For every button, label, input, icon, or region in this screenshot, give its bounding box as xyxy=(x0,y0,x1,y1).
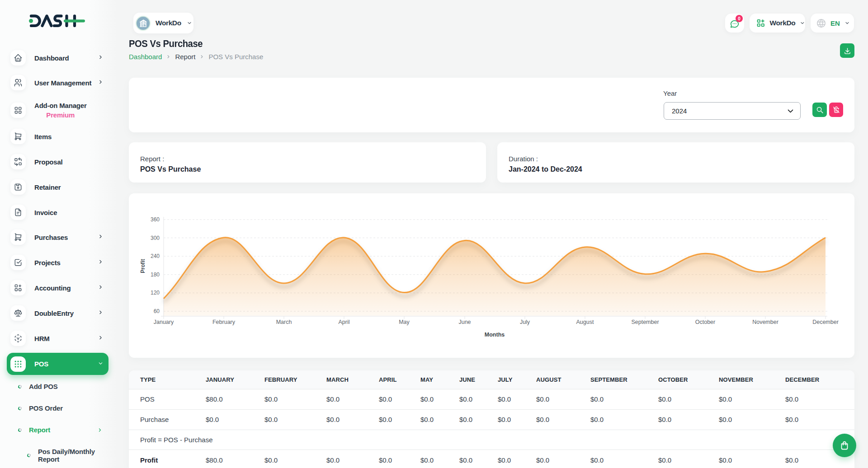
svg-text:August: August xyxy=(576,319,594,325)
svg-text:June: June xyxy=(458,319,471,325)
svg-text:October: October xyxy=(695,319,715,325)
svg-text:120: 120 xyxy=(151,290,160,296)
svg-text:April: April xyxy=(338,319,349,325)
svg-text:September: September xyxy=(631,319,659,325)
svg-text:January: January xyxy=(154,319,174,325)
svg-text:March: March xyxy=(276,319,292,325)
svg-text:Months: Months xyxy=(485,332,505,338)
svg-text:180: 180 xyxy=(151,271,160,278)
svg-text:Profit: Profit xyxy=(140,259,146,273)
svg-text:February: February xyxy=(212,319,236,325)
svg-text:360: 360 xyxy=(151,216,160,223)
svg-text:240: 240 xyxy=(151,253,160,259)
svg-text:November: November xyxy=(752,319,778,325)
svg-text:May: May xyxy=(399,319,410,325)
svg-text:60: 60 xyxy=(154,308,160,314)
svg-text:300: 300 xyxy=(151,235,160,241)
svg-text:July: July xyxy=(520,319,530,325)
svg-text:December: December xyxy=(812,319,839,325)
